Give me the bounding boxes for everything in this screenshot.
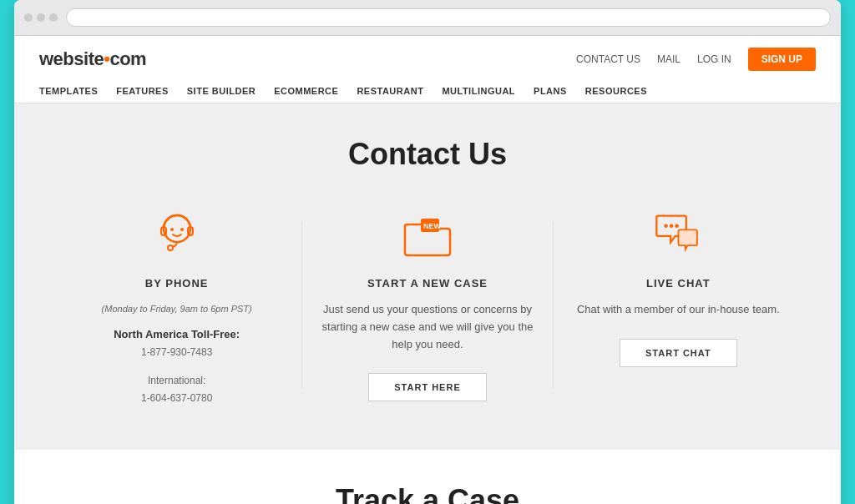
contact-us-link[interactable]: CONTACT US: [576, 53, 640, 65]
svg-point-9: [670, 224, 674, 228]
track-title: Track a Case: [39, 483, 816, 504]
live-chat-title: LIVE CHAT: [646, 277, 711, 290]
nav-multilingual[interactable]: MULTILINGUAL: [442, 86, 515, 96]
live-chat-card: LIVE CHAT Chat with a member of our in-h…: [554, 205, 803, 367]
new-case-desc: Just send us your questions or concerns …: [319, 301, 535, 353]
start-here-button[interactable]: START HERE: [368, 373, 486, 401]
international-number: 1-604-637-0780: [102, 390, 252, 408]
track-section: Track a Case View your thread of message…: [14, 450, 841, 504]
mail-link[interactable]: MAIL: [657, 53, 680, 65]
logo-com: com: [109, 48, 146, 69]
header-top: website•com CONTACT US MAIL LOG IN SIGN …: [39, 36, 816, 79]
signup-button[interactable]: SIGN UP: [748, 48, 816, 71]
live-chat-icon: [649, 205, 707, 264]
start-chat-button[interactable]: START CHAT: [620, 339, 737, 367]
main-content: Contact Us: [14, 103, 841, 504]
svg-text:NEW: NEW: [423, 222, 442, 230]
nav-resources[interactable]: RESOURCES: [585, 86, 647, 96]
login-link[interactable]: LOG IN: [697, 53, 731, 65]
svg-point-3: [168, 245, 173, 250]
nav-templates[interactable]: TEMPLATES: [39, 86, 98, 96]
browser-dots: [24, 13, 58, 22]
new-case-title: START A NEW CASE: [367, 277, 488, 290]
svg-point-10: [675, 224, 680, 228]
dot-green: [49, 13, 58, 22]
svg-point-4: [170, 228, 174, 231]
browser-window: website•com CONTACT US MAIL LOG IN SIGN …: [14, 0, 841, 504]
logo: website•com: [39, 48, 146, 70]
nav-restaurant[interactable]: RESTAURANT: [357, 86, 423, 96]
address-bar[interactable]: [66, 8, 831, 27]
dot-yellow: [37, 13, 45, 22]
logo-text: website: [39, 48, 104, 69]
phone-card: BY PHONE (Monday to Friday, 9am to 6pm P…: [52, 205, 301, 408]
nav-site-builder[interactable]: SITE BUILDER: [187, 86, 255, 96]
nav-ecommerce[interactable]: ECOMMERCE: [274, 86, 338, 96]
international-label: International:: [102, 372, 252, 391]
phone-hours: (Monday to Friday, 9am to 6pm PST) North…: [102, 301, 252, 408]
contact-section: Contact Us: [14, 103, 841, 450]
nav-bar: TEMPLATES FEATURES SITE BUILDER ECOMMERC…: [39, 79, 816, 103]
new-case-card: NEW START A NEW CASE Just send us your q…: [302, 205, 552, 401]
phone-card-title: BY PHONE: [145, 277, 209, 290]
browser-chrome: [14, 0, 841, 36]
live-chat-desc: Chat with a member of our in-house team.: [577, 301, 780, 319]
phone-icon: [148, 205, 206, 264]
dot-red: [24, 13, 33, 22]
header-links: CONTACT US MAIL LOG IN SIGN UP: [576, 48, 816, 71]
svg-point-5: [180, 228, 184, 231]
new-case-icon: NEW: [398, 205, 457, 264]
toll-free-number: 1-877-930-7483: [102, 344, 252, 362]
site-header: website•com CONTACT US MAIL LOG IN SIGN …: [14, 36, 841, 103]
toll-free-label: North America Toll-Free:: [102, 325, 252, 344]
nav-plans[interactable]: PLANS: [534, 86, 567, 96]
contact-cards: BY PHONE (Monday to Friday, 9am to 6pm P…: [52, 205, 803, 408]
contact-title: Contact Us: [39, 137, 816, 172]
nav-features[interactable]: FEATURES: [116, 86, 168, 96]
svg-point-8: [665, 224, 669, 228]
